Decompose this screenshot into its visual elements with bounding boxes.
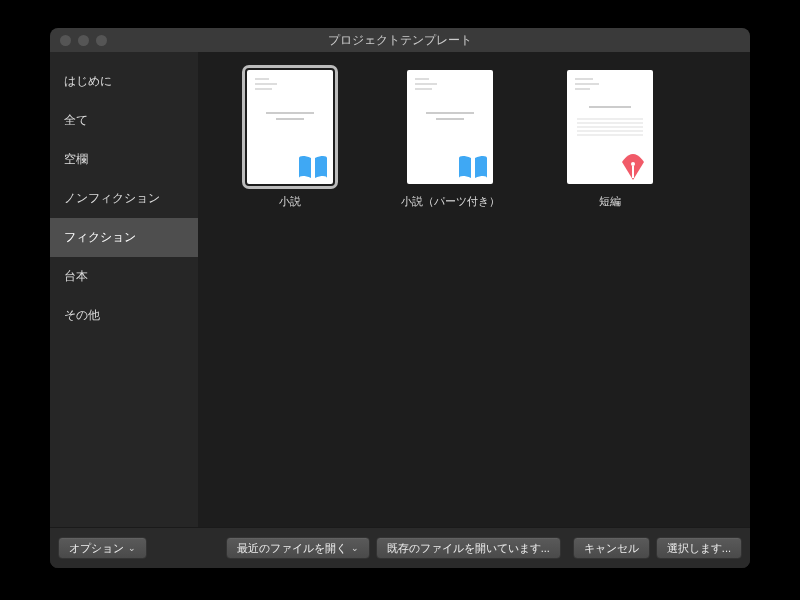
chevron-down-icon: ⌄ — [128, 543, 136, 553]
minimize-dot[interactable] — [78, 35, 89, 46]
book-icon — [297, 154, 329, 180]
book-icon — [457, 154, 489, 180]
template-short-story[interactable]: 短編 — [530, 70, 690, 209]
template-thumbnail — [247, 70, 333, 184]
open-recent-button[interactable]: 最近のファイルを開く ⌄ — [226, 537, 370, 559]
cancel-label: キャンセル — [584, 541, 639, 556]
template-label: 短編 — [599, 194, 621, 209]
sidebar-item-blank[interactable]: 空欄 — [50, 140, 198, 179]
window-body: はじめに 全て 空欄 ノンフィクション フィクション 台本 その他 — [50, 52, 750, 527]
close-dot[interactable] — [60, 35, 71, 46]
sidebar-item-nonfiction[interactable]: ノンフィクション — [50, 179, 198, 218]
titlebar: プロジェクトテンプレート — [50, 28, 750, 52]
template-novel-parts[interactable]: 小説（パーツ付き） — [370, 70, 530, 209]
template-label: 小説 — [279, 194, 301, 209]
template-grid: 小説 小説（パーツ付き） — [198, 52, 750, 527]
category-sidebar: はじめに 全て 空欄 ノンフィクション フィクション 台本 その他 — [50, 52, 198, 527]
template-label: 小説（パーツ付き） — [401, 194, 500, 209]
choose-button[interactable]: 選択します... — [656, 537, 742, 559]
cancel-button[interactable]: キャンセル — [573, 537, 650, 559]
svg-rect-1 — [632, 166, 634, 178]
template-thumbnail — [407, 70, 493, 184]
sidebar-item-intro[interactable]: はじめに — [50, 62, 198, 101]
window-title: プロジェクトテンプレート — [50, 32, 750, 49]
template-thumbnail — [567, 70, 653, 184]
zoom-dot[interactable] — [96, 35, 107, 46]
chevron-down-icon: ⌄ — [351, 543, 359, 553]
choose-label: 選択します... — [667, 541, 731, 556]
sidebar-item-script[interactable]: 台本 — [50, 257, 198, 296]
svg-point-0 — [631, 162, 635, 166]
template-chooser-window: プロジェクトテンプレート はじめに 全て 空欄 ノンフィクション フィクション … — [50, 28, 750, 568]
open-existing-button[interactable]: 既存のファイルを開いています... — [376, 537, 561, 559]
open-existing-label: 既存のファイルを開いています... — [387, 541, 550, 556]
sidebar-item-misc[interactable]: その他 — [50, 296, 198, 335]
template-novel[interactable]: 小説 — [210, 70, 370, 209]
pen-nib-icon — [617, 154, 649, 180]
window-controls — [60, 35, 107, 46]
footer: オプション ⌄ 最近のファイルを開く ⌄ 既存のファイルを開いています... キ… — [50, 527, 750, 568]
options-label: オプション — [69, 541, 124, 556]
open-recent-label: 最近のファイルを開く — [237, 541, 347, 556]
sidebar-item-fiction[interactable]: フィクション — [50, 218, 198, 257]
options-button[interactable]: オプション ⌄ — [58, 537, 147, 559]
sidebar-item-all[interactable]: 全て — [50, 101, 198, 140]
